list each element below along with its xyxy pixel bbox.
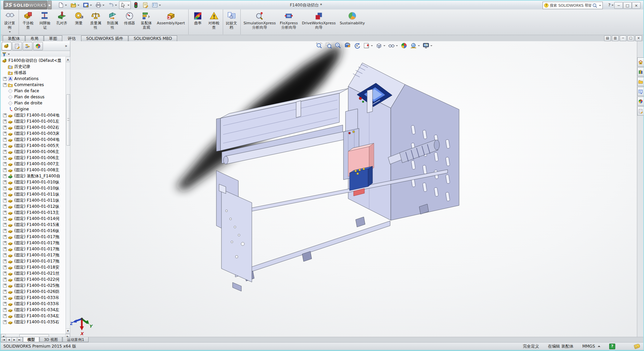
doc-close-button[interactable]: × xyxy=(635,35,642,41)
expand-icon[interactable] xyxy=(3,150,7,154)
tree-item[interactable]: (固定) F1400-01-012纵 xyxy=(1,203,66,209)
tree-item[interactable]: Plan de dessus xyxy=(1,94,66,100)
solidworks-resources-button[interactable] xyxy=(637,57,644,67)
sustainability-tool[interactable]: Sustainability xyxy=(338,9,367,34)
interference-check-tool[interactable]: 干涉检 查 xyxy=(20,9,37,34)
configurationmanager-tab[interactable] xyxy=(23,42,32,50)
tree-item[interactable]: Plan de face xyxy=(1,88,66,94)
expand-icon[interactable] xyxy=(3,132,7,135)
assembly-visualization-tool[interactable]: 装配体 直观 xyxy=(138,9,155,34)
scroll-prev-button[interactable]: ◀ xyxy=(6,337,11,342)
expand-icon[interactable] xyxy=(3,284,7,287)
expand-icon[interactable] xyxy=(3,180,7,184)
tree-item[interactable]: (固定) F1400-01-006主 xyxy=(1,155,66,161)
tree-item[interactable]: (固定) F1400-01-005天 xyxy=(1,143,66,149)
expand-icon[interactable] xyxy=(3,247,7,251)
section-properties-tool[interactable]: 剖面属 性 xyxy=(104,9,121,34)
view-palette-button[interactable] xyxy=(637,87,644,96)
select-button[interactable] xyxy=(119,1,131,9)
expand-icon[interactable] xyxy=(3,229,7,233)
tree-item[interactable]: (固定) F1400-01-003床 xyxy=(1,130,66,136)
tree-item[interactable]: (固定) F1400-01-021丝 xyxy=(1,270,66,276)
expand-icon[interactable] xyxy=(3,241,7,245)
floxpress-tool[interactable]: FloXpress 分析向导 xyxy=(278,9,300,34)
tree-item[interactable]: (固定) F1400-01-033吊 xyxy=(1,295,66,301)
tree-item[interactable]: Commentaires xyxy=(1,82,66,88)
save-button[interactable] xyxy=(81,1,93,9)
section-view-button[interactable] xyxy=(343,42,352,49)
appearances-scenes-button[interactable] xyxy=(637,97,644,106)
menu-expand-arrow[interactable]: ▶ xyxy=(48,1,52,9)
expand-icon[interactable] xyxy=(3,266,7,269)
zoom-area-button[interactable] xyxy=(325,42,333,49)
symmetry-check-tool[interactable]: 对称检 查 xyxy=(206,9,223,34)
expand-icon[interactable] xyxy=(3,144,7,148)
expand-icon[interactable] xyxy=(3,83,7,87)
quick-tips-button[interactable]: ? xyxy=(609,344,615,349)
doc-restore-button[interactable]: ▤ xyxy=(604,35,611,41)
tree-item[interactable]: (固定) F1400-01-022伺 xyxy=(1,276,66,282)
expand-icon[interactable] xyxy=(3,162,7,166)
new-document-button[interactable] xyxy=(56,1,68,9)
design-study-tool[interactable]: 设计算 例 xyxy=(2,9,19,34)
units-selector[interactable]: MMGS xyxy=(582,344,600,349)
expand-icon[interactable] xyxy=(3,168,7,172)
expand-icon[interactable] xyxy=(3,308,7,312)
tree-item[interactable]: (固定) F1400-01-002右 xyxy=(1,124,66,130)
graphics-viewport[interactable]: Z Y X xyxy=(70,41,637,337)
tree-item[interactable]: (固定) F1400-01-033吊 xyxy=(1,301,66,307)
tree-item[interactable]: (固定) 装配体1_F1400自 xyxy=(1,173,66,179)
expand-icon[interactable] xyxy=(3,278,7,281)
expand-icon[interactable] xyxy=(3,120,7,123)
options-button[interactable] xyxy=(150,1,162,9)
expand-icon[interactable] xyxy=(3,156,7,160)
tree-item[interactable]: (固定) F1400-01-011纵 xyxy=(1,197,66,203)
tree-item[interactable]: Annotations xyxy=(1,76,66,82)
tree-vertical-scrollbar[interactable]: ▲ ▼ xyxy=(66,57,70,334)
tree-item[interactable]: (固定) F1400-01-035右 xyxy=(1,319,66,325)
tree-item[interactable]: (固定) F1400-01-004地 xyxy=(1,136,66,143)
propertymanager-tab[interactable] xyxy=(12,42,22,50)
expand-icon[interactable] xyxy=(3,314,7,318)
sensors-tool[interactable]: 传感器 xyxy=(121,9,138,34)
expand-icon[interactable] xyxy=(3,259,7,263)
magnify-button[interactable] xyxy=(334,42,342,49)
expand-icon[interactable] xyxy=(3,77,7,81)
expand-icon[interactable] xyxy=(3,186,7,190)
tree-item[interactable]: 传感器 xyxy=(1,70,66,76)
tree-item[interactable]: (固定) F1400-01-034左 xyxy=(1,313,66,319)
view-settings-button[interactable] xyxy=(422,42,433,49)
clearance-verify-tool[interactable]: 间隙验 证 xyxy=(37,9,53,34)
assemblyxpert-tool[interactable]: AssemblyXpert xyxy=(155,9,189,34)
print-button[interactable] xyxy=(94,1,106,9)
search-input[interactable]: 搜索 SOLIDWORKS 帮助 xyxy=(550,3,591,8)
simulationxpress-tool[interactable]: SimulationXpress 分析向导 xyxy=(241,9,278,34)
tree-item[interactable]: (固定) F1400-01-034左 xyxy=(1,307,66,313)
open-button[interactable] xyxy=(69,1,81,9)
tree-item[interactable]: (固定) F1400-01-015液 xyxy=(1,222,66,228)
expand-icon[interactable] xyxy=(3,223,7,227)
3d-views-tab[interactable]: 3D 视图 xyxy=(40,337,62,342)
tree-root-item[interactable]: F1400自动切台 (Défaut<显 xyxy=(1,57,66,64)
scroll-first-button[interactable]: |◀ xyxy=(1,337,6,342)
expand-icon[interactable] xyxy=(3,320,7,324)
minimize-button[interactable]: ─ xyxy=(614,2,623,9)
tree-item[interactable]: Plan de droite xyxy=(1,100,66,106)
zoom-fit-button[interactable] xyxy=(315,42,323,49)
edit-appearance-button[interactable] xyxy=(400,42,408,49)
help-button[interactable]: ? xyxy=(608,2,614,7)
display-style-button[interactable] xyxy=(375,42,386,49)
expand-icon[interactable] xyxy=(3,302,7,306)
tag-icon[interactable] xyxy=(634,344,641,349)
expand-icon[interactable] xyxy=(3,199,7,202)
tree-item[interactable]: (固定) F1400-01-017拖 xyxy=(1,234,66,240)
scroll-last-button[interactable]: ▶| xyxy=(17,337,23,342)
expand-icon[interactable] xyxy=(3,217,7,221)
expand-icon[interactable] xyxy=(3,272,7,275)
expand-icon[interactable] xyxy=(3,253,7,257)
expand-icon[interactable] xyxy=(3,205,7,208)
tree-item[interactable]: 历史记录 xyxy=(1,64,66,70)
tree-item[interactable]: (固定) F1400-01-007主 xyxy=(1,161,66,167)
expand-icon[interactable] xyxy=(3,114,7,117)
expand-icon[interactable] xyxy=(3,235,7,239)
